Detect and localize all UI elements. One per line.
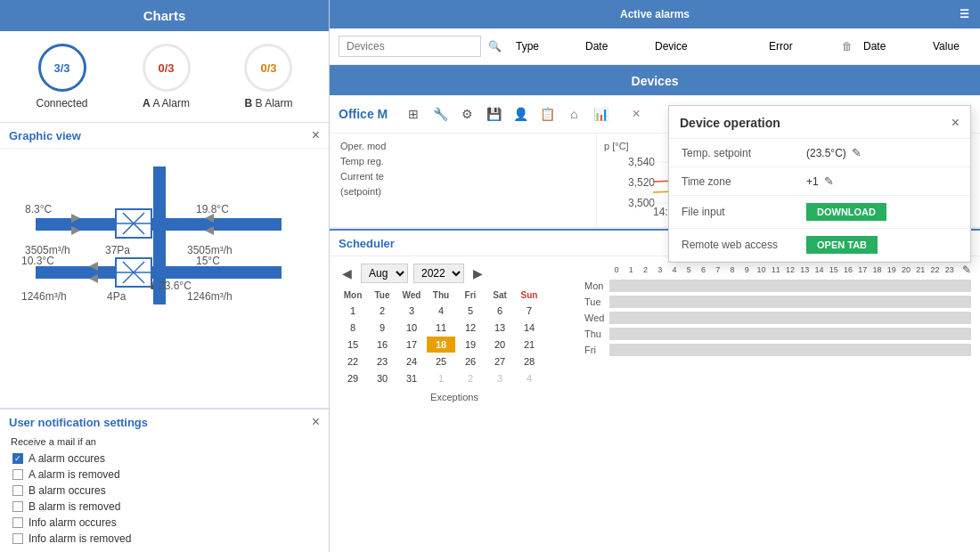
notif-checkbox-4[interactable] — [12, 517, 23, 528]
cal-day-16[interactable]: 16 — [368, 337, 396, 353]
cal-day-next-3[interactable]: 3 — [486, 370, 514, 386]
scheduler-body: ◀ AugJanFebMar AprMayJunJul SepOctNovDec… — [330, 256, 980, 410]
cal-day-19[interactable]: 19 — [456, 337, 485, 353]
device-operation-popup: Device operation × Temp. setpoint (23.5°… — [668, 105, 971, 263]
graphic-view-close[interactable]: × — [312, 128, 320, 142]
col-date2: Date — [863, 40, 926, 53]
day-bar-tue[interactable] — [609, 296, 971, 308]
exceptions-label: Exceptions — [339, 392, 570, 402]
year-select[interactable]: 202220212023 — [413, 264, 464, 283]
cal-day-next-1[interactable]: 1 — [427, 370, 455, 386]
filter-icon[interactable]: ☰ — [960, 8, 969, 20]
cal-day-18[interactable]: 18 — [427, 337, 455, 353]
cal-day-10[interactable]: 10 — [397, 320, 426, 336]
cal-day-22[interactable]: 22 — [339, 353, 367, 369]
grid-view-icon[interactable]: ⊞ — [402, 102, 425, 126]
cal-day-14[interactable]: 14 — [515, 320, 543, 336]
cal-day-30[interactable]: 30 — [368, 370, 396, 386]
cal-prev-btn[interactable]: ◀ — [339, 266, 355, 280]
day-bar-mon[interactable] — [609, 280, 971, 292]
file-input-label: File input — [682, 206, 797, 218]
search-icon[interactable]: 🔍 — [488, 40, 502, 53]
cal-day-17[interactable]: 17 — [397, 337, 426, 353]
cal-day-8[interactable]: 8 — [339, 320, 367, 336]
pipe-diagram: 8.3°C 3505m³/h 37Pa 19.8°C 3505m³/h 🌡 23… — [9, 158, 312, 313]
devices-search-input[interactable] — [339, 36, 481, 57]
clipboard-icon[interactable]: 📋 — [535, 102, 559, 126]
scheduler-title: Scheduler — [339, 237, 395, 250]
notification-item-1: A alarm is removed — [0, 467, 329, 483]
download-button[interactable]: DOWNLOAD — [806, 203, 886, 221]
col-date1: Date — [585, 40, 648, 53]
cal-day-21[interactable]: 21 — [515, 337, 543, 353]
notification-close[interactable]: × — [312, 415, 320, 429]
temp-setpoint-edit[interactable]: ✎ — [852, 146, 862, 159]
cal-day-next-4[interactable]: 4 — [515, 370, 543, 386]
day-bar-wed[interactable] — [609, 312, 971, 324]
b-alarm-status: 0/3 B B Alarm — [244, 44, 292, 110]
save-icon[interactable]: 💾 — [482, 102, 505, 126]
delete-col-icon[interactable]: 🗑 — [842, 40, 853, 53]
day-bar-fri[interactable] — [609, 344, 971, 356]
bar-chart-icon[interactable]: 📊 — [589, 102, 612, 126]
cal-day-26[interactable]: 26 — [456, 353, 485, 369]
cal-day-3[interactable]: 3 — [397, 303, 426, 319]
cal-day-7[interactable]: 7 — [515, 303, 543, 319]
cal-day-4[interactable]: 4 — [427, 303, 455, 319]
wrench-icon[interactable]: 🔧 — [429, 102, 452, 126]
cal-next-btn[interactable]: ▶ — [470, 266, 486, 280]
cal-day-13[interactable]: 13 — [486, 320, 514, 336]
cal-day-9[interactable]: 9 — [368, 320, 396, 336]
col-type: Type — [516, 40, 578, 53]
timezone-edit[interactable]: ✎ — [824, 175, 834, 188]
cal-day-11[interactable]: 11 — [427, 320, 455, 336]
cal-day-1[interactable]: 1 — [339, 303, 367, 319]
notification-title: User notification settings — [9, 416, 148, 429]
cal-day-6[interactable]: 6 — [486, 303, 514, 319]
notif-checkbox-3[interactable] — [12, 501, 23, 512]
temp-setpoint-value: (23.5°C) ✎ — [806, 146, 862, 159]
cal-day-20[interactable]: 20 — [486, 337, 514, 353]
notif-checkbox-1[interactable] — [12, 469, 23, 480]
cal-day-29[interactable]: 29 — [339, 370, 367, 386]
cal-day-25[interactable]: 25 — [427, 353, 455, 369]
cal-header-mon: Mon — [339, 288, 367, 302]
cal-header-tue: Tue — [368, 288, 396, 302]
cal-day-5[interactable]: 5 — [456, 303, 485, 319]
cal-day-12[interactable]: 12 — [456, 320, 485, 336]
cal-header-fri: Fri — [456, 288, 485, 302]
schedule-row-mon: Mon — [584, 280, 971, 292]
device-op-close[interactable]: × — [951, 115, 960, 131]
temp-setpoint-label: Temp. setpoint — [682, 147, 797, 159]
cal-header-thu: Thu — [427, 288, 455, 302]
oper-mode-label: Oper. mod — [340, 141, 386, 151]
svg-text:15°C: 15°C — [196, 255, 220, 267]
devices-header: Devices — [330, 67, 980, 95]
sliders-icon[interactable]: ⚙ — [455, 102, 478, 126]
cal-day-27[interactable]: 27 — [486, 353, 514, 369]
month-select[interactable]: AugJanFebMar AprMayJunJul SepOctNovDec — [361, 264, 408, 283]
col-value: Value — [933, 40, 980, 53]
day-bar-thu[interactable] — [609, 328, 971, 340]
notif-checkbox-0[interactable] — [12, 453, 23, 464]
cal-day-28[interactable]: 28 — [515, 353, 543, 369]
home-icon[interactable]: ⌂ — [562, 102, 585, 126]
person-icon[interactable]: 👤 — [509, 102, 532, 126]
active-alarms-header: Active alarms ☰ — [330, 0, 980, 28]
schedule-row-wed: Wed — [584, 312, 971, 324]
notification-items: A alarm occuresA alarm is removedB alarm… — [0, 451, 329, 547]
cal-day-23[interactable]: 23 — [368, 353, 396, 369]
cal-day-15[interactable]: 15 — [339, 337, 367, 353]
notif-item-label-5: Info alarm is removed — [29, 532, 131, 545]
schedule-edit-icon[interactable]: ✎ — [962, 264, 971, 276]
notif-checkbox-5[interactable] — [12, 533, 23, 544]
open-tab-button[interactable]: OPEN TAB — [806, 236, 878, 254]
cal-day-24[interactable]: 24 — [397, 353, 426, 369]
cal-day-next-2[interactable]: 2 — [456, 370, 485, 386]
notif-item-label-3: B alarm is removed — [29, 500, 120, 513]
cal-day-2[interactable]: 2 — [368, 303, 396, 319]
day-label-fri: Fri — [584, 345, 609, 355]
notif-checkbox-2[interactable] — [12, 485, 23, 496]
cal-day-31[interactable]: 31 — [397, 370, 426, 386]
device-close-icon[interactable]: × — [625, 102, 648, 126]
